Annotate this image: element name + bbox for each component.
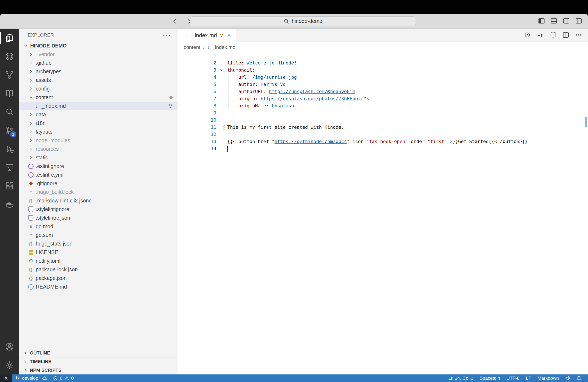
- tree-folder-config[interactable]: config: [19, 85, 177, 93]
- tree-file-package.json[interactable]: {}package.json: [19, 274, 177, 282]
- tree-folder-assets[interactable]: assets: [19, 76, 177, 85]
- tree-folder-content[interactable]: content: [19, 93, 177, 102]
- tree-file-.markdownlint-cli2.jsonc[interactable]: {}.markdownlint-cli2.jsonc: [19, 196, 177, 205]
- tree-file-.eslintignore[interactable]: .eslintignore: [19, 162, 177, 170]
- tree-file-.gitignore[interactable]: .gitignore: [19, 179, 177, 188]
- tree-file-LICENSE[interactable]: LICENSE: [19, 248, 177, 257]
- tree-file-_index.md[interactable]: ↓_index.mdM: [19, 102, 177, 110]
- tree-folder-data[interactable]: data: [19, 110, 177, 119]
- activitybar-account-icon[interactable]: [0, 338, 19, 356]
- tree-folder-i18n[interactable]: i18n: [19, 119, 177, 127]
- activitybar-symbols-graph-icon[interactable]: [0, 66, 19, 84]
- encoding-status[interactable]: UTF-8: [503, 376, 523, 381]
- back-button[interactable]: [170, 17, 179, 25]
- search-icon: [284, 19, 289, 24]
- notifications-bell-icon[interactable]: [573, 376, 585, 381]
- file-type-icon: [27, 215, 34, 221]
- tree-file-package-lock.json[interactable]: {}package-lock.json: [19, 265, 177, 274]
- command-center[interactable]: hinode-demo: [190, 16, 416, 26]
- activitybar-github-icon[interactable]: [0, 47, 19, 66]
- customize-layout-icon[interactable]: [575, 18, 582, 25]
- tab-index-md[interactable]: ↓ _index.md M ×: [177, 29, 236, 42]
- branch-status[interactable]: develop*: [12, 374, 50, 382]
- fold-chevron-icon[interactable]: [216, 66, 227, 74]
- tree-item-label: .stylelintignore: [36, 206, 69, 212]
- activitybar-docker-icon[interactable]: [0, 195, 19, 213]
- cursor-position-status[interactable]: Ln 14, Col 1: [445, 376, 477, 381]
- tree-file-go.sum[interactable]: ≡go.sum: [19, 231, 177, 239]
- activitybar-search-icon[interactable]: [0, 103, 19, 121]
- feedback-icon[interactable]: [562, 376, 573, 381]
- activitybar-book-icon[interactable]: [0, 84, 19, 103]
- fold-gutter: [216, 60, 227, 66]
- timeline-history-icon[interactable]: [524, 31, 531, 39]
- tree-file-README.md[interactable]: README.md: [19, 282, 177, 291]
- document-icon: ≡: [28, 223, 34, 230]
- activitybar-remote-explorer-icon[interactable]: [0, 158, 19, 177]
- panel-npm-scripts[interactable]: NPM SCRIPTS: [19, 366, 177, 374]
- split-editor-icon[interactable]: [562, 31, 569, 39]
- breadcrumb-folder[interactable]: content: [184, 44, 200, 50]
- git-branch-icon: [15, 376, 20, 381]
- code-line-13[interactable]: 13{{< button href="https://gethinode.com…: [177, 138, 588, 145]
- tree-file-.hugo_build.lock[interactable]: ≡.hugo_build.lock: [19, 188, 177, 196]
- tree-folder-archetypes[interactable]: archetypes: [19, 67, 177, 76]
- editor-actions: [524, 29, 588, 42]
- tree-file-netlify.toml[interactable]: ⚙netlify.toml: [19, 257, 177, 265]
- tree-folder-.github[interactable]: .github: [19, 59, 177, 67]
- code-line-2[interactable]: 2title: Welcome to Hinode!: [177, 60, 588, 66]
- activitybar-extensions-icon[interactable]: [0, 177, 19, 195]
- tree-file-.stylelintrc.json[interactable]: .stylelintrc.json: [19, 213, 177, 222]
- line-number: 9: [177, 109, 216, 117]
- open-preview-icon[interactable]: [549, 31, 556, 39]
- panel-timeline[interactable]: TIMELINE: [19, 357, 177, 366]
- breadcrumb-file[interactable]: _index.md: [212, 44, 235, 50]
- tree-file-hugo_stats.json[interactable]: {}hugo_stats.json: [19, 239, 177, 248]
- tree-file-go.mod[interactable]: ≡go.mod: [19, 222, 177, 231]
- code-line-14[interactable]: 14: [177, 145, 588, 152]
- code-line-1[interactable]: 1---: [177, 52, 588, 60]
- activitybar-explorer-icon[interactable]: [0, 29, 19, 47]
- toggle-secondary-sidebar-icon[interactable]: [563, 18, 570, 25]
- activitybar-source-control-icon[interactable]: 1: [0, 121, 19, 140]
- tree-folder-static[interactable]: static: [19, 153, 177, 162]
- code-editor[interactable]: 1---2title: Welcome to Hinode!3thumbnail…: [177, 52, 588, 374]
- activitybar-run-debug-icon[interactable]: [0, 140, 19, 158]
- code-line-10[interactable]: 10: [177, 117, 588, 124]
- code-line-9[interactable]: 9---: [177, 109, 588, 117]
- code-line-6[interactable]: 6 authorURL: https://unsplash.com/@hoanv…: [177, 88, 588, 95]
- remote-indicator[interactable]: [0, 374, 12, 382]
- more-actions-icon[interactable]: [575, 31, 582, 39]
- code-line-3[interactable]: 3thumbnail:: [177, 66, 588, 74]
- tree-file-.stylelintignore[interactable]: .stylelintignore: [19, 205, 177, 213]
- document-icon: ≡: [28, 232, 34, 238]
- toggle-sidebar-icon[interactable]: [538, 18, 545, 25]
- tree-file-.eslintrc.yml[interactable]: .eslintrc.yml: [19, 170, 177, 179]
- code-line-5[interactable]: 5 author: Harris Vo: [177, 81, 588, 88]
- eol-status[interactable]: LF: [523, 376, 534, 381]
- close-icon[interactable]: ×: [227, 31, 231, 39]
- tree-item-label: netlify.toml: [36, 258, 61, 264]
- indentation-status[interactable]: Spaces: 4: [477, 376, 503, 381]
- tree-folder-layouts[interactable]: layouts: [19, 127, 177, 136]
- tree-item-label: package.json: [36, 275, 66, 281]
- code-line-7[interactable]: 7 origin: https://unsplash.com/photos/ZX…: [177, 95, 588, 102]
- scm-changes-badge: 1: [10, 131, 16, 138]
- panel-outline[interactable]: OUTLINE: [19, 349, 177, 357]
- vscode-workbench: hinode-demo 1: [0, 14, 588, 382]
- problems-status[interactable]: 0 0: [50, 374, 77, 382]
- activitybar-settings-icon[interactable]: [0, 356, 19, 374]
- code-line-12[interactable]: 12: [177, 131, 588, 138]
- branch-name: develop*: [22, 376, 40, 381]
- code-line-4[interactable]: 4 url: /img/sunrise.jpg: [177, 74, 588, 81]
- open-changes-icon[interactable]: [537, 31, 544, 39]
- tree-folder-_vendor[interactable]: _vendor: [19, 50, 177, 59]
- code-line-8[interactable]: 8 originName: Unsplash: [177, 102, 588, 109]
- tree-root-hinode-demo[interactable]: HINODE-DEMO: [19, 41, 177, 50]
- more-actions-icon[interactable]: ···: [163, 33, 171, 37]
- tree-folder-resources[interactable]: resources: [19, 145, 177, 153]
- toggle-panel-icon[interactable]: [550, 18, 557, 25]
- code-line-11[interactable]: 11This is my first site created with Hin…: [177, 124, 588, 131]
- language-mode-status[interactable]: Markdown: [534, 376, 562, 381]
- tree-folder-node_modules[interactable]: node_modules: [19, 136, 177, 145]
